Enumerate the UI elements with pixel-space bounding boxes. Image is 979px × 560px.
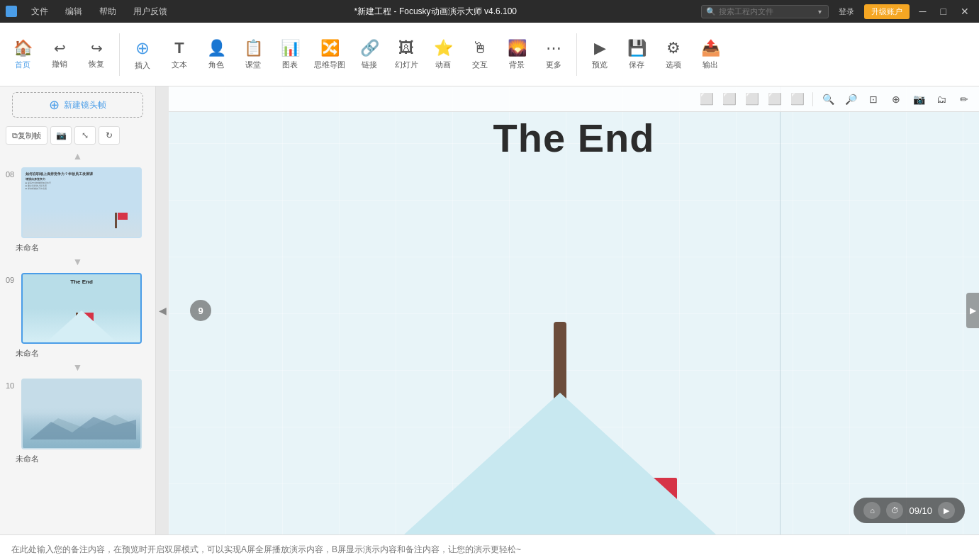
notes-input[interactable] [0,535,956,560]
section-arrow-mid: ▼ [0,253,155,270]
slide-thumb-08[interactable]: 如何在职场上保持竞争力？华创员工发展课 增强自身竞争力 ■ 提高专业技能和知识水… [21,167,142,238]
toolbar-options[interactable]: ⚙ 选项 [656,36,690,73]
more-label: 更多 [546,60,561,70]
toolbar-insert[interactable]: ⊕ 插入 [125,35,160,74]
toolbar-save[interactable]: 💾 保存 [620,36,654,73]
toolbar-character[interactable]: 👤 角色 [199,36,233,73]
play-clock-button[interactable]: ⏱ [886,502,903,519]
animate-icon: ⭐ [434,39,453,57]
character-icon: 👤 [207,39,226,57]
canvas-tool-paste[interactable]: ⬜ [743,90,761,108]
options-label: 选项 [666,60,681,70]
toolbar-more[interactable]: ⋯ 更多 [537,36,571,73]
menu-file[interactable]: 文件 [28,4,51,19]
main-area: ⊕ 新建镜头帧 ⧉ 复制帧 📷 ⤡ ↻ ▲ 08 [0,86,979,534]
slide-num-08: 08 [6,170,17,179]
menu-feedback[interactable]: 用户反馈 [130,4,170,19]
toolbar-text[interactable]: T 文本 [162,36,196,73]
toolbar-divider-1 [119,33,120,76]
search-box[interactable]: 🔍 ▾ [701,5,829,18]
preview-icon: ▶ [594,39,606,57]
menu-help[interactable]: 帮助 [96,4,119,19]
canvas-tool-fit[interactable]: ⊡ [864,90,883,108]
toolbar-divider-2 [576,33,577,76]
panel-toolbar: ⧉ 复制帧 📷 ⤡ ↻ [0,123,155,147]
search-dropdown-icon[interactable]: ▾ [818,8,822,16]
right-panel-toggle[interactable]: ▶ [966,293,979,328]
canvas-vertical-line [780,86,781,534]
notes-expand-button[interactable]: ⤢ [956,535,979,560]
maximize-button[interactable]: □ [936,6,951,17]
link-icon: 🔗 [360,39,379,57]
toolbar-link[interactable]: 🔗 链接 [352,36,386,73]
classroom-icon: 📋 [244,39,263,57]
fit-icon: ⤡ [82,130,89,140]
arrow-up-icon: ▲ [73,150,83,162]
toolbar-home[interactable]: 🏠 首页 [6,36,40,73]
chart-icon: 📊 [281,39,300,57]
app-icon [6,6,17,17]
slide-label-10: 未命名 [0,452,155,464]
add-frame-button[interactable]: ⊕ 新建镜头帧 [12,92,143,118]
home-icon: 🏠 [13,39,33,57]
slide-item-09[interactable]: 09 The End [0,270,155,347]
toolbar-classroom[interactable]: 📋 课堂 [236,36,270,73]
canvas-tool-frame[interactable]: ⬜ [698,90,716,108]
toolbar-undo[interactable]: ↩ 撤销 [43,37,77,72]
search-input[interactable] [719,7,818,16]
slides-icon: 🖼 [398,39,414,57]
play-next-button[interactable]: ▶ [938,502,955,519]
canvas-tool-group[interactable]: ⬜ [766,90,784,108]
slide-item-10[interactable]: 10 [0,376,155,452]
toolbar-interact[interactable]: 🖱 交互 [463,36,497,73]
home-label: 首页 [15,60,30,70]
save-label: 保存 [629,60,644,70]
playback-bar: ⌂ ⏱ 09/10 ▶ [854,498,965,523]
arrow-bot-icon: ▼ [73,362,83,373]
canvas-tool-align[interactable]: ⬜ [788,90,807,108]
slide-thumb-10[interactable] [21,379,142,449]
toolbar-redo[interactable]: ↪ 恢复 [79,37,113,72]
toolbar-mindmap[interactable]: 🔀 思维导图 [310,36,349,73]
slide-num-10: 10 [6,381,17,390]
section-arrow-top: ▲ [0,147,155,164]
toolbar-export[interactable]: 📤 输出 [693,36,727,73]
slide-item-08[interactable]: 08 如何在职场上保持竞争力？华创员工发展课 增强自身竞争力 ■ 提高专业技能和… [0,164,155,241]
collapse-icon: ◀ [159,305,167,316]
canvas-tool-copy[interactable]: ⬜ [720,90,739,108]
menu-edit[interactable]: 编辑 [62,4,85,19]
rotate-button[interactable]: ↻ [99,126,120,145]
slide-panel: ⊕ 新建镜头帧 ⧉ 复制帧 📷 ⤡ ↻ ▲ 08 [0,86,156,534]
canvas-tool-sep [812,92,813,106]
rotate-icon: ↻ [106,130,113,140]
play-home-button[interactable]: ⌂ [863,502,880,519]
toolbar-animate[interactable]: ⭐ 动画 [426,36,460,73]
undo-icon: ↩ [54,40,66,57]
section-arrow-bot: ▼ [0,359,155,376]
screenshot-button[interactable]: 📷 [50,126,72,145]
canvas-tool-edit[interactable]: ✏ [955,90,973,108]
chart-label: 图表 [282,60,298,70]
login-button[interactable]: 登录 [834,5,858,18]
thumb-content-10 [23,380,140,448]
toolbar-chart[interactable]: 📊 图表 [273,36,307,73]
canvas-tool-zoom-in[interactable]: 🔍 [819,90,837,108]
minimize-button[interactable]: ─ [915,6,931,17]
slide-thumb-09[interactable]: The End [21,273,142,344]
copy-frame-button[interactable]: ⧉ 复制帧 [6,126,47,145]
close-button[interactable]: ✕ [956,6,973,17]
canvas-tool-zoom-out[interactable]: 🔎 [841,90,860,108]
toolbar-preview[interactable]: ▶ 预览 [583,36,617,73]
text-label: 文本 [172,60,187,70]
panel-collapse-button[interactable]: ◀ [156,86,169,534]
toolbar-background[interactable]: 🌄 背景 [500,36,534,73]
canvas-tool-layers[interactable]: 🗂 [932,90,951,108]
the-end-text[interactable]: The End [493,115,655,161]
window-title: *新建工程 - Focusky动画演示大师 v4.6.100 [354,6,517,18]
toolbar-slides[interactable]: 🖼 幻灯片 [389,36,423,73]
background-label: 背景 [509,60,525,70]
canvas-tool-camera[interactable]: 📷 [910,90,928,108]
fit-button[interactable]: ⤡ [74,126,96,145]
canvas-tool-plus[interactable]: ⊕ [887,90,905,108]
upgrade-button[interactable]: 升级账户 [864,4,910,19]
